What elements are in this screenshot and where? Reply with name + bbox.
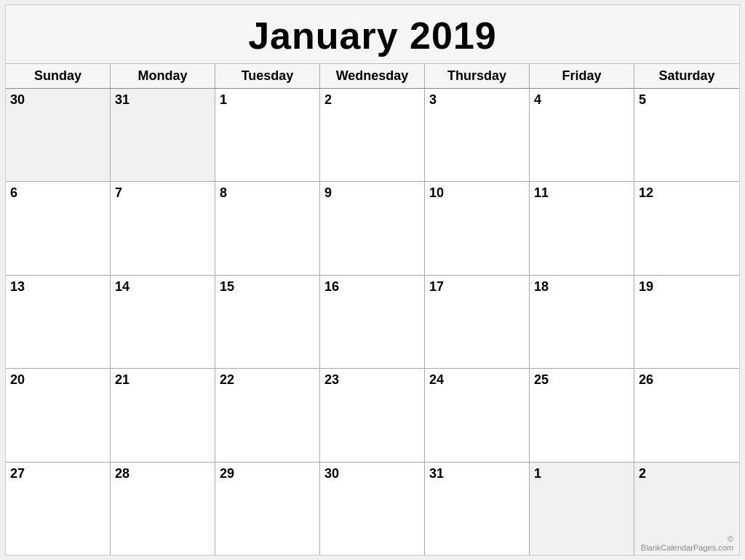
day-cell[interactable]: 21 [111, 369, 215, 461]
calendar-grid: SundayMondayTuesdayWednesdayThursdayFrid… [6, 64, 739, 555]
day-number: 23 [324, 372, 339, 387]
day-cell[interactable]: 29 [215, 463, 320, 555]
calendar-container: January 2019 SundayMondayTuesdayWednesda… [5, 4, 740, 556]
day-cell[interactable]: 13 [6, 276, 111, 368]
day-header: Saturday [634, 64, 739, 88]
day-number: 27 [10, 466, 25, 481]
day-cell[interactable]: 10 [425, 182, 530, 274]
week-row: 13141516171819 [6, 276, 739, 369]
day-number: 7 [115, 185, 122, 200]
day-cell[interactable]: 4 [530, 89, 634, 181]
day-cell[interactable]: 12 [634, 182, 739, 274]
week-row: 20212223242526 [6, 369, 739, 462]
day-number: 10 [429, 185, 444, 200]
day-header: Friday [530, 64, 634, 88]
week-row: 303112345 [6, 89, 739, 182]
day-number: 8 [220, 185, 227, 200]
day-cell[interactable]: 31 [111, 89, 215, 181]
day-cell[interactable]: 1 [530, 463, 634, 555]
day-cell[interactable]: 17 [425, 276, 530, 368]
day-header: Tuesday [215, 64, 320, 88]
day-number: 26 [639, 372, 653, 387]
day-header: Thursday [425, 64, 530, 88]
day-cell[interactable]: 24 [425, 369, 530, 461]
day-cell[interactable]: 7 [111, 182, 215, 274]
day-number: 11 [534, 185, 549, 200]
day-number: 20 [10, 372, 25, 387]
day-cell[interactable]: 30 [6, 89, 111, 181]
weeks-container: 3031123456789101112131415161718192021222… [6, 89, 739, 555]
day-number: 12 [639, 185, 653, 200]
day-number: 1 [534, 466, 541, 481]
day-cell[interactable]: 20 [6, 369, 111, 461]
week-row: 6789101112 [6, 182, 739, 275]
day-cell[interactable]: 14 [111, 276, 215, 368]
day-cell[interactable]: 28 [111, 463, 215, 555]
day-number: 2 [324, 92, 332, 107]
day-number: 14 [115, 279, 130, 294]
day-cell[interactable]: 15 [215, 276, 320, 368]
day-cell[interactable]: 5 [634, 89, 739, 181]
day-number: 25 [534, 372, 549, 387]
day-cell[interactable]: 6 [6, 182, 111, 274]
day-header: Monday [111, 64, 215, 88]
calendar-title: January 2019 [6, 5, 739, 64]
day-number: 1 [220, 92, 227, 107]
day-number: 2 [639, 466, 646, 481]
day-number: 31 [429, 466, 444, 481]
day-cell[interactable]: 2© BlankCalendarPages.com [634, 463, 739, 555]
day-number: 15 [220, 279, 234, 294]
day-number: 30 [324, 466, 339, 481]
day-cell[interactable]: 8 [215, 182, 320, 274]
day-number: 19 [639, 279, 653, 294]
day-number: 13 [10, 279, 25, 294]
day-number: 9 [324, 185, 332, 200]
day-cell[interactable]: 16 [320, 276, 425, 368]
day-cell[interactable]: 11 [530, 182, 634, 274]
day-number: 18 [534, 279, 549, 294]
day-number: 3 [429, 92, 437, 107]
day-cell[interactable]: 9 [320, 182, 425, 274]
day-cell[interactable]: 27 [6, 463, 111, 555]
day-cell[interactable]: 25 [530, 369, 634, 461]
watermark: © BlankCalendarPages.com [634, 535, 733, 552]
day-cell[interactable]: 30 [320, 463, 425, 555]
day-number: 16 [324, 279, 339, 294]
day-number: 28 [115, 466, 130, 481]
day-cell[interactable]: 2 [320, 89, 425, 181]
day-cell[interactable]: 22 [215, 369, 320, 461]
day-headers-row: SundayMondayTuesdayWednesdayThursdayFrid… [6, 64, 739, 89]
day-number: 31 [115, 92, 130, 107]
day-number: 30 [10, 92, 25, 107]
day-number: 5 [639, 92, 646, 107]
day-number: 17 [429, 279, 444, 294]
week-row: 272829303112© BlankCalendarPages.com [6, 463, 739, 555]
day-cell[interactable]: 18 [530, 276, 634, 368]
day-cell[interactable]: 23 [320, 369, 425, 461]
day-number: 29 [220, 466, 234, 481]
day-number: 22 [220, 372, 234, 387]
day-cell[interactable]: 26 [634, 369, 739, 461]
day-cell[interactable]: 3 [425, 89, 530, 181]
day-number: 4 [534, 92, 541, 107]
day-number: 24 [429, 372, 444, 387]
day-header: Wednesday [320, 64, 425, 88]
day-cell[interactable]: 31 [425, 463, 530, 555]
day-number: 21 [115, 372, 130, 387]
day-number: 6 [10, 185, 17, 200]
day-cell[interactable]: 19 [634, 276, 739, 368]
day-cell[interactable]: 1 [215, 89, 320, 181]
day-header: Sunday [6, 64, 111, 88]
